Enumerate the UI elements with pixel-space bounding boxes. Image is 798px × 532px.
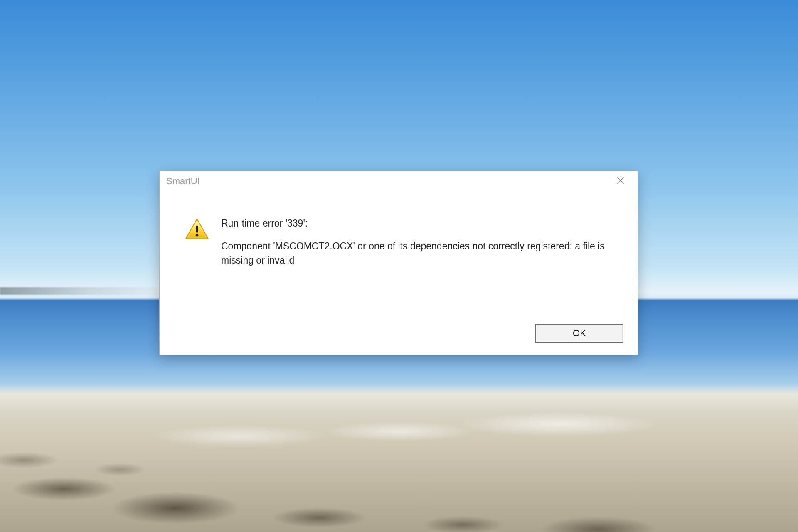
close-button[interactable] <box>611 175 630 188</box>
dialog-body: Run-time error '339': Component 'MSCOMCT… <box>160 191 638 324</box>
error-body: Component 'MSCOMCT2.OCX' or one of its d… <box>221 239 617 268</box>
warning-icon <box>185 218 209 241</box>
error-heading: Run-time error '339': <box>221 216 617 231</box>
dialog-title: SmartUI <box>166 176 200 187</box>
close-icon <box>617 177 624 186</box>
svg-point-3 <box>196 234 199 237</box>
dialog-footer: OK <box>160 324 638 355</box>
ok-button[interactable]: OK <box>535 324 623 343</box>
dialog-titlebar[interactable]: SmartUI <box>160 171 638 191</box>
dialog-message: Run-time error '339': Component 'MSCOMCT… <box>221 216 617 320</box>
error-dialog: SmartUI Ru <box>159 171 638 355</box>
svg-rect-2 <box>196 226 198 233</box>
